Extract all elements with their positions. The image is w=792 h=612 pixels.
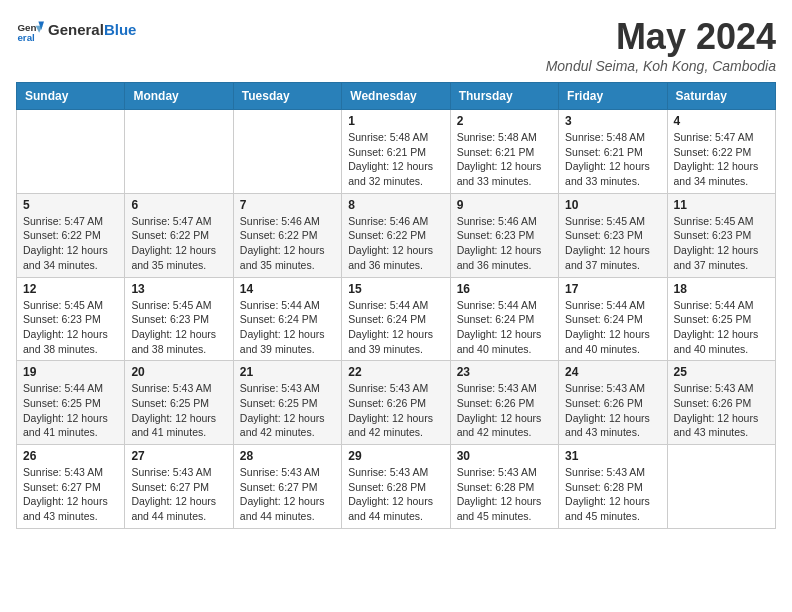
page-header: Gen eral GeneralBlue May 2024 Mondul Sei… xyxy=(16,16,776,74)
logo-icon: Gen eral xyxy=(16,16,44,44)
day-detail: Sunrise: 5:46 AM Sunset: 6:23 PM Dayligh… xyxy=(457,214,552,273)
day-detail: Sunrise: 5:43 AM Sunset: 6:27 PM Dayligh… xyxy=(23,465,118,524)
calendar-cell: 11Sunrise: 5:45 AM Sunset: 6:23 PM Dayli… xyxy=(667,193,775,277)
calendar-cell xyxy=(233,110,341,194)
day-number: 24 xyxy=(565,365,660,379)
page-title: May 2024 xyxy=(546,16,776,58)
day-number: 1 xyxy=(348,114,443,128)
calendar-cell: 21Sunrise: 5:43 AM Sunset: 6:25 PM Dayli… xyxy=(233,361,341,445)
calendar-cell: 17Sunrise: 5:44 AM Sunset: 6:24 PM Dayli… xyxy=(559,277,667,361)
calendar-cell: 24Sunrise: 5:43 AM Sunset: 6:26 PM Dayli… xyxy=(559,361,667,445)
day-of-week-header: Friday xyxy=(559,83,667,110)
calendar-cell: 25Sunrise: 5:43 AM Sunset: 6:26 PM Dayli… xyxy=(667,361,775,445)
day-number: 2 xyxy=(457,114,552,128)
page-subtitle: Mondul Seima, Koh Kong, Cambodia xyxy=(546,58,776,74)
day-number: 7 xyxy=(240,198,335,212)
calendar-week-row: 12Sunrise: 5:45 AM Sunset: 6:23 PM Dayli… xyxy=(17,277,776,361)
calendar-cell: 23Sunrise: 5:43 AM Sunset: 6:26 PM Dayli… xyxy=(450,361,558,445)
day-number: 12 xyxy=(23,282,118,296)
calendar-cell: 29Sunrise: 5:43 AM Sunset: 6:28 PM Dayli… xyxy=(342,445,450,529)
day-number: 30 xyxy=(457,449,552,463)
day-number: 4 xyxy=(674,114,769,128)
calendar-table: SundayMondayTuesdayWednesdayThursdayFrid… xyxy=(16,82,776,529)
calendar-cell xyxy=(125,110,233,194)
calendar-cell: 9Sunrise: 5:46 AM Sunset: 6:23 PM Daylig… xyxy=(450,193,558,277)
day-of-week-header: Monday xyxy=(125,83,233,110)
day-detail: Sunrise: 5:43 AM Sunset: 6:28 PM Dayligh… xyxy=(457,465,552,524)
day-number: 20 xyxy=(131,365,226,379)
day-number: 14 xyxy=(240,282,335,296)
day-detail: Sunrise: 5:45 AM Sunset: 6:23 PM Dayligh… xyxy=(131,298,226,357)
day-number: 19 xyxy=(23,365,118,379)
calendar-cell: 7Sunrise: 5:46 AM Sunset: 6:22 PM Daylig… xyxy=(233,193,341,277)
days-of-week-row: SundayMondayTuesdayWednesdayThursdayFrid… xyxy=(17,83,776,110)
calendar-cell: 19Sunrise: 5:44 AM Sunset: 6:25 PM Dayli… xyxy=(17,361,125,445)
day-of-week-header: Thursday xyxy=(450,83,558,110)
day-detail: Sunrise: 5:45 AM Sunset: 6:23 PM Dayligh… xyxy=(565,214,660,273)
calendar-cell: 18Sunrise: 5:44 AM Sunset: 6:25 PM Dayli… xyxy=(667,277,775,361)
day-detail: Sunrise: 5:47 AM Sunset: 6:22 PM Dayligh… xyxy=(131,214,226,273)
day-number: 11 xyxy=(674,198,769,212)
calendar-cell: 13Sunrise: 5:45 AM Sunset: 6:23 PM Dayli… xyxy=(125,277,233,361)
calendar-cell: 27Sunrise: 5:43 AM Sunset: 6:27 PM Dayli… xyxy=(125,445,233,529)
day-number: 18 xyxy=(674,282,769,296)
day-detail: Sunrise: 5:43 AM Sunset: 6:26 PM Dayligh… xyxy=(565,381,660,440)
calendar-cell: 30Sunrise: 5:43 AM Sunset: 6:28 PM Dayli… xyxy=(450,445,558,529)
calendar-cell: 14Sunrise: 5:44 AM Sunset: 6:24 PM Dayli… xyxy=(233,277,341,361)
day-detail: Sunrise: 5:43 AM Sunset: 6:26 PM Dayligh… xyxy=(348,381,443,440)
day-number: 6 xyxy=(131,198,226,212)
day-number: 29 xyxy=(348,449,443,463)
day-number: 31 xyxy=(565,449,660,463)
day-detail: Sunrise: 5:43 AM Sunset: 6:27 PM Dayligh… xyxy=(240,465,335,524)
calendar-cell: 4Sunrise: 5:47 AM Sunset: 6:22 PM Daylig… xyxy=(667,110,775,194)
day-detail: Sunrise: 5:44 AM Sunset: 6:24 PM Dayligh… xyxy=(240,298,335,357)
calendar-week-row: 1Sunrise: 5:48 AM Sunset: 6:21 PM Daylig… xyxy=(17,110,776,194)
calendar-cell: 28Sunrise: 5:43 AM Sunset: 6:27 PM Dayli… xyxy=(233,445,341,529)
logo-text: GeneralBlue xyxy=(48,21,136,39)
calendar-cell: 8Sunrise: 5:46 AM Sunset: 6:22 PM Daylig… xyxy=(342,193,450,277)
calendar-cell: 2Sunrise: 5:48 AM Sunset: 6:21 PM Daylig… xyxy=(450,110,558,194)
day-detail: Sunrise: 5:44 AM Sunset: 6:24 PM Dayligh… xyxy=(457,298,552,357)
day-number: 9 xyxy=(457,198,552,212)
calendar-cell: 31Sunrise: 5:43 AM Sunset: 6:28 PM Dayli… xyxy=(559,445,667,529)
day-number: 21 xyxy=(240,365,335,379)
day-number: 25 xyxy=(674,365,769,379)
day-detail: Sunrise: 5:48 AM Sunset: 6:21 PM Dayligh… xyxy=(457,130,552,189)
day-number: 27 xyxy=(131,449,226,463)
calendar-cell: 5Sunrise: 5:47 AM Sunset: 6:22 PM Daylig… xyxy=(17,193,125,277)
day-number: 13 xyxy=(131,282,226,296)
svg-text:eral: eral xyxy=(17,32,35,43)
day-detail: Sunrise: 5:45 AM Sunset: 6:23 PM Dayligh… xyxy=(23,298,118,357)
day-number: 16 xyxy=(457,282,552,296)
day-detail: Sunrise: 5:44 AM Sunset: 6:24 PM Dayligh… xyxy=(348,298,443,357)
svg-marker-3 xyxy=(36,26,43,33)
calendar-week-row: 19Sunrise: 5:44 AM Sunset: 6:25 PM Dayli… xyxy=(17,361,776,445)
day-number: 23 xyxy=(457,365,552,379)
day-detail: Sunrise: 5:45 AM Sunset: 6:23 PM Dayligh… xyxy=(674,214,769,273)
day-number: 17 xyxy=(565,282,660,296)
title-block: May 2024 Mondul Seima, Koh Kong, Cambodi… xyxy=(546,16,776,74)
calendar-cell: 15Sunrise: 5:44 AM Sunset: 6:24 PM Dayli… xyxy=(342,277,450,361)
day-number: 3 xyxy=(565,114,660,128)
calendar-cell xyxy=(667,445,775,529)
day-detail: Sunrise: 5:44 AM Sunset: 6:24 PM Dayligh… xyxy=(565,298,660,357)
day-number: 26 xyxy=(23,449,118,463)
day-detail: Sunrise: 5:43 AM Sunset: 6:25 PM Dayligh… xyxy=(240,381,335,440)
day-detail: Sunrise: 5:43 AM Sunset: 6:28 PM Dayligh… xyxy=(565,465,660,524)
day-detail: Sunrise: 5:44 AM Sunset: 6:25 PM Dayligh… xyxy=(23,381,118,440)
day-detail: Sunrise: 5:46 AM Sunset: 6:22 PM Dayligh… xyxy=(348,214,443,273)
calendar-week-row: 5Sunrise: 5:47 AM Sunset: 6:22 PM Daylig… xyxy=(17,193,776,277)
day-number: 5 xyxy=(23,198,118,212)
day-of-week-header: Saturday xyxy=(667,83,775,110)
day-detail: Sunrise: 5:43 AM Sunset: 6:25 PM Dayligh… xyxy=(131,381,226,440)
calendar-cell xyxy=(17,110,125,194)
day-of-week-header: Wednesday xyxy=(342,83,450,110)
calendar-week-row: 26Sunrise: 5:43 AM Sunset: 6:27 PM Dayli… xyxy=(17,445,776,529)
day-detail: Sunrise: 5:43 AM Sunset: 6:26 PM Dayligh… xyxy=(674,381,769,440)
calendar-cell: 10Sunrise: 5:45 AM Sunset: 6:23 PM Dayli… xyxy=(559,193,667,277)
day-detail: Sunrise: 5:47 AM Sunset: 6:22 PM Dayligh… xyxy=(674,130,769,189)
day-detail: Sunrise: 5:48 AM Sunset: 6:21 PM Dayligh… xyxy=(348,130,443,189)
day-number: 28 xyxy=(240,449,335,463)
calendar-cell: 12Sunrise: 5:45 AM Sunset: 6:23 PM Dayli… xyxy=(17,277,125,361)
logo: Gen eral GeneralBlue xyxy=(16,16,136,44)
